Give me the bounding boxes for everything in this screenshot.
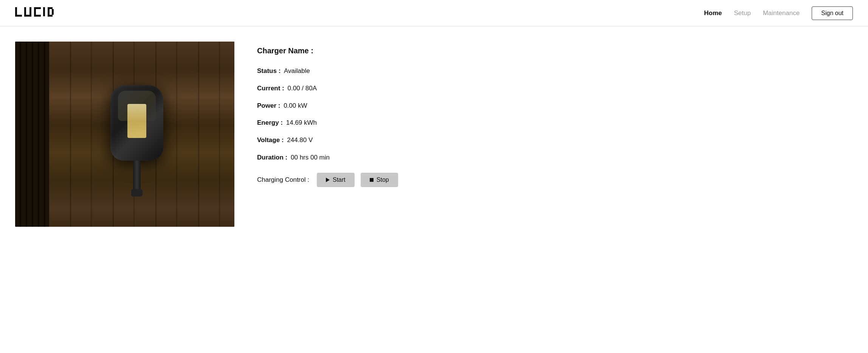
svg-rect-8 [43, 7, 45, 16]
voltage-value: 244.80 V [287, 136, 313, 144]
status-row: Status : Available [257, 67, 853, 76]
stop-icon [370, 178, 374, 182]
start-button[interactable]: Start [317, 173, 355, 187]
duration-row: Duration : 00 hrs 00 min [257, 153, 853, 162]
power-label: Power : [257, 102, 280, 109]
power-value: 0.00 kW [284, 102, 307, 109]
stop-button[interactable]: Stop [361, 173, 398, 187]
energy-label: Energy : [257, 119, 283, 126]
play-icon [326, 178, 330, 182]
nav-home[interactable]: Home [704, 9, 722, 17]
svg-rect-10 [48, 7, 53, 9]
power-row: Power : 0.00 kW [257, 101, 853, 110]
energy-value: 14.69 kWh [286, 119, 317, 126]
energy-row: Energy : 14.69 kWh [257, 118, 853, 127]
logo [15, 4, 83, 22]
charger-image [15, 42, 234, 227]
svg-rect-1 [15, 15, 22, 17]
svg-rect-4 [24, 15, 31, 17]
nav-setup[interactable]: Setup [734, 9, 751, 17]
svg-rect-11 [48, 15, 53, 17]
svg-rect-3 [29, 7, 31, 15]
svg-rect-7 [34, 15, 41, 17]
duration-label: Duration : [257, 154, 287, 161]
voltage-row: Voltage : 244.80 V [257, 136, 853, 145]
svg-rect-6 [34, 7, 41, 9]
charging-control-row: Charging Control : Start Stop [257, 173, 853, 187]
current-value: 0.00 / 80A [288, 85, 317, 92]
svg-rect-2 [24, 7, 26, 15]
current-label: Current : [257, 85, 284, 92]
control-label: Charging Control : [257, 176, 309, 184]
stop-label: Stop [377, 176, 389, 183]
status-value: Available [284, 67, 310, 74]
start-label: Start [333, 176, 346, 183]
charger-name-label: Charger Name : [257, 46, 313, 55]
nav-links: Home Setup Maintenance [704, 9, 800, 17]
voltage-label: Voltage : [257, 136, 284, 144]
header: Home Setup Maintenance Sign out [0, 0, 868, 26]
main-content: Charger Name : Status : Available Curren… [0, 26, 868, 242]
nav-maintenance[interactable]: Maintenance [763, 9, 800, 17]
sign-out-button[interactable]: Sign out [812, 6, 853, 20]
info-panel: Charger Name : Status : Available Curren… [257, 42, 853, 187]
svg-rect-12 [52, 9, 54, 15]
charger-device [107, 85, 167, 183]
status-label: Status : [257, 67, 281, 74]
charger-name-row: Charger Name : [257, 45, 853, 56]
current-row: Current : 0.00 / 80A [257, 84, 853, 93]
nav: Home Setup Maintenance Sign out [704, 6, 853, 20]
duration-value: 00 hrs 00 min [291, 154, 330, 161]
